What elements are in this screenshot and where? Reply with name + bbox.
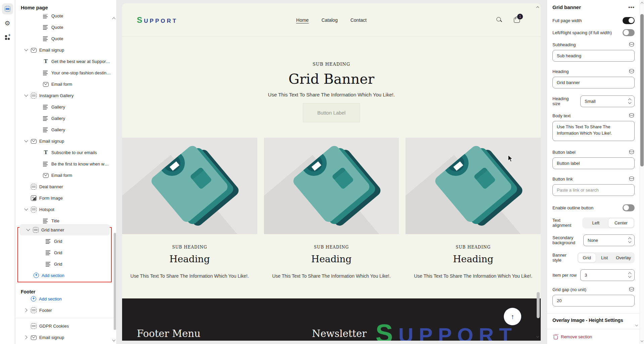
nav-link[interactable]: Home — [296, 17, 309, 23]
button-label-input[interactable] — [552, 157, 635, 169]
segment-grid[interactable]: Grid — [578, 253, 596, 262]
grid-item[interactable]: SUB HEADING Heading Use This Text To Sha… — [264, 138, 399, 279]
chevron-icon[interactable] — [26, 273, 32, 278]
chevron-icon[interactable] — [36, 127, 41, 132]
tree-item-add-section[interactable]: Add section — [18, 270, 111, 281]
window-scrollbar[interactable] — [640, 14, 644, 166]
chevron-icon[interactable] — [25, 227, 31, 232]
tree-item-your-one-stop-fashion-destinati-[interactable]: Your one-stop fashion destinati... — [15, 67, 114, 78]
secondary-background-select[interactable]: None — [583, 234, 635, 246]
heading-input[interactable] — [552, 77, 635, 88]
tree-item-footer[interactable]: Footer — [15, 304, 114, 316]
tree-item-email-signup[interactable]: Email signup — [15, 332, 114, 343]
chevron-icon[interactable] — [36, 36, 41, 41]
tree-item-add-section[interactable]: Add section — [15, 293, 114, 304]
dynamic-source-icon[interactable] — [629, 113, 635, 118]
chevron-icon[interactable] — [36, 59, 41, 64]
chevron-icon[interactable] — [23, 307, 29, 313]
tree-item-email-signup[interactable]: Email signup — [15, 44, 114, 56]
chevron-icon[interactable] — [36, 24, 41, 30]
store-logo[interactable]: Support — [137, 15, 178, 25]
dynamic-source-icon[interactable] — [629, 176, 635, 182]
chevron-icon[interactable] — [23, 296, 29, 301]
spacing-toggle[interactable] — [623, 29, 635, 36]
nav-link[interactable]: Contact — [351, 17, 367, 23]
item-per-row-select[interactable]: 3 — [580, 269, 635, 281]
chevron-icon[interactable] — [36, 81, 41, 87]
sidebar-scroll-down-icon[interactable] — [112, 338, 116, 343]
hero-button[interactable]: Button Label — [303, 103, 360, 122]
tree-item-quote[interactable]: Quote — [15, 33, 114, 44]
chevron-icon[interactable] — [36, 161, 41, 166]
chevron-icon[interactable] — [23, 195, 29, 201]
dynamic-source-icon[interactable] — [629, 149, 635, 155]
tree-item-form-image[interactable]: Form Image — [15, 192, 114, 204]
button-link-input[interactable] — [552, 184, 635, 196]
outline-button-toggle[interactable] — [623, 204, 635, 211]
tree-item-quote[interactable]: Quote — [15, 21, 114, 33]
dynamic-source-icon[interactable] — [629, 69, 635, 74]
chevron-icon[interactable] — [36, 116, 41, 121]
chevron-icon[interactable] — [23, 93, 29, 98]
segment-list[interactable]: List — [596, 253, 613, 262]
tree-item-grid[interactable]: Grid — [18, 235, 111, 247]
chevron-icon[interactable] — [23, 47, 29, 53]
search-icon[interactable] — [496, 17, 502, 23]
body-text-input[interactable]: Use This Text To Share The Information W… — [552, 121, 635, 141]
tree-item-grid[interactable]: Grid — [18, 247, 111, 258]
sidebar-scroll-area[interactable]: Quote Quote Quote Email signup — [15, 14, 114, 344]
cart-button[interactable]: 1 — [514, 17, 520, 23]
grid-gap-input[interactable] — [552, 295, 635, 306]
chevron-icon[interactable] — [36, 70, 41, 75]
window-scroll-up-icon[interactable] — [640, 1, 644, 5]
chevron-icon[interactable] — [36, 150, 41, 155]
sidebar-scroll-up-icon[interactable] — [112, 16, 116, 21]
tree-item-quote[interactable]: Quote — [15, 14, 114, 21]
sidebar-scrollbar[interactable] — [114, 233, 116, 330]
chevron-icon[interactable] — [23, 335, 29, 340]
chevron-icon[interactable] — [36, 173, 41, 178]
tree-item-hotspot[interactable]: Hotspot — [15, 204, 114, 215]
full-page-width-toggle[interactable] — [623, 17, 635, 24]
tree-item-email-signup[interactable]: Email signup — [15, 135, 114, 147]
tree-item-grid-banner[interactable]: Grid banner — [19, 224, 110, 235]
chevron-icon[interactable] — [36, 104, 41, 110]
chevron-icon[interactable] — [23, 207, 29, 212]
tree-item-gallery[interactable]: Gallery — [15, 101, 114, 113]
subheading-input[interactable] — [552, 50, 635, 62]
preview-scroll-down-icon[interactable] — [536, 335, 540, 339]
sections-panel-button[interactable] — [2, 3, 13, 14]
tree-item-instagram-gallery[interactable]: Instagram Gallery — [15, 90, 114, 101]
tree-item-deal-banner[interactable]: Deal banner — [15, 181, 114, 192]
dynamic-source-icon[interactable] — [629, 287, 635, 292]
segment-left[interactable]: Left — [583, 218, 608, 227]
tree-item-email-form[interactable]: Email form — [15, 169, 114, 181]
segment-overlay[interactable]: Overlay — [613, 253, 634, 262]
dynamic-source-icon[interactable] — [629, 42, 635, 47]
chevron-icon[interactable] — [23, 184, 29, 189]
tree-item-gdpr-cookies[interactable]: GDPR Cookies — [15, 320, 114, 332]
tree-item-email-form[interactable]: Email form — [15, 78, 114, 90]
scroll-to-top-button[interactable]: ↑ — [504, 308, 521, 325]
preview-scroll-up-icon[interactable] — [536, 5, 540, 9]
tree-item-gallery[interactable]: Gallery — [15, 113, 114, 124]
preview-scrollbar[interactable] — [537, 292, 540, 318]
heading-size-select[interactable]: Small — [580, 95, 635, 107]
app-embeds-button[interactable] — [2, 32, 13, 43]
chevron-icon[interactable] — [36, 218, 41, 223]
remove-section-button[interactable]: Remove section — [547, 329, 640, 344]
tree-item-subscribe-to-our-emails[interactable]: Subscribe to our emails — [15, 147, 114, 158]
grid-item[interactable]: SUB HEADING Heading Use This Text To Sha… — [406, 138, 541, 279]
chevron-icon[interactable] — [38, 261, 44, 267]
chevron-icon[interactable] — [38, 238, 44, 244]
nav-link[interactable]: Catalog — [321, 17, 337, 23]
chevron-icon[interactable] — [36, 14, 41, 18]
segment-center[interactable]: Center — [608, 218, 634, 227]
more-options-icon[interactable]: ••• — [628, 4, 635, 10]
tree-item-be-the-first-to-know-when-we-la-[interactable]: Be the first to know when we la... — [15, 158, 114, 169]
grid-item[interactable]: SUB HEADING Heading Use This Text To Sha… — [122, 138, 257, 279]
theme-settings-button[interactable] — [2, 18, 13, 29]
chevron-icon[interactable] — [23, 323, 29, 329]
tree-item-grid[interactable]: Grid — [18, 258, 111, 270]
chevron-icon[interactable] — [38, 250, 44, 255]
